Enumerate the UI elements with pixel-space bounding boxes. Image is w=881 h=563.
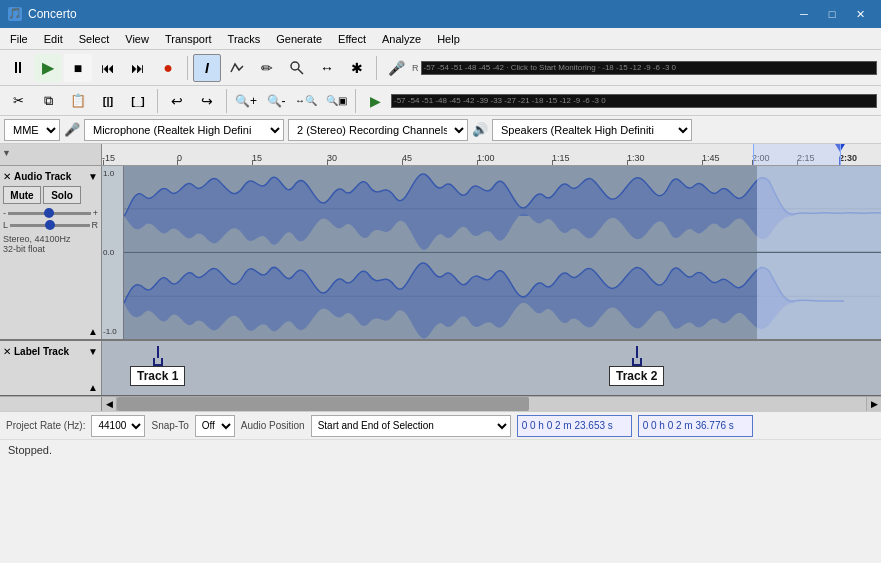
track-info-line1: Stereo, 44100Hz xyxy=(3,234,98,244)
track-info-line2: 32-bit float xyxy=(3,244,98,254)
label-track-container: ✕ Label Track ▼ ▲ Track 1 Track 2 xyxy=(0,341,881,396)
label-track-expand-row: ▲ xyxy=(3,382,98,393)
label-track2: Track 2 xyxy=(609,346,664,386)
pan-row: L R xyxy=(3,220,98,230)
status-controls-row: Project Rate (Hz): 44100 Snap-To Off Aud… xyxy=(0,412,881,440)
track-expand-row: ▲ xyxy=(3,326,98,337)
scrollbar-thumb[interactable] xyxy=(117,397,529,411)
label-track-expand-button[interactable]: ▲ xyxy=(88,382,98,393)
waveform-bottom-svg xyxy=(124,253,881,340)
ruler-tick xyxy=(103,160,104,165)
menu-effect[interactable]: Effect xyxy=(330,28,374,49)
menu-tracks[interactable]: Tracks xyxy=(220,28,269,49)
trim-button[interactable]: [|] xyxy=(94,87,122,115)
select-tool-button[interactable]: I xyxy=(193,54,221,82)
menu-view[interactable]: View xyxy=(117,28,157,49)
menu-help[interactable]: Help xyxy=(429,28,468,49)
zoom-sel-button[interactable]: 🔍▣ xyxy=(322,87,350,115)
record-button[interactable]: ● xyxy=(154,54,182,82)
scroll-left-button[interactable]: ◀ xyxy=(102,397,117,411)
label-track-name: Label Track xyxy=(11,346,88,357)
speaker-icon: 🔊 xyxy=(472,122,488,137)
titlebar-controls: ─ □ ✕ xyxy=(791,4,873,24)
time-shift-tool-button[interactable]: ↔ xyxy=(313,54,341,82)
menu-generate[interactable]: Generate xyxy=(268,28,330,49)
status-area: Project Rate (Hz): 44100 Snap-To Off Aud… xyxy=(0,411,881,460)
level-meter-bottom: -57 -54 -51 -48 -45 -42 -39 -33 -27 -21 … xyxy=(394,96,606,105)
minimize-button[interactable]: ─ xyxy=(791,4,817,24)
envelope-tool-button[interactable] xyxy=(223,54,251,82)
undo-button[interactable]: ↩ xyxy=(163,87,191,115)
multi-tool-button[interactable]: ✱ xyxy=(343,54,371,82)
label-track-dropdown[interactable]: ▼ xyxy=(88,346,98,357)
horizontal-scrollbar: ◀ ▶ xyxy=(0,396,881,411)
label-text2[interactable]: Track 2 xyxy=(609,366,664,386)
copy-button[interactable]: ⧉ xyxy=(34,87,62,115)
separator3 xyxy=(157,89,158,113)
mic-level-indicator: R xyxy=(412,63,419,73)
audio-track-name: Audio Track xyxy=(11,171,88,182)
svg-point-0 xyxy=(291,62,299,70)
channels-select[interactable]: 2 (Stereo) Recording Channels xyxy=(288,119,468,141)
zoom-tool-button[interactable] xyxy=(283,54,311,82)
status-text: Stopped. xyxy=(8,444,52,456)
redo-button[interactable]: ↪ xyxy=(193,87,221,115)
zoom-fit-button[interactable]: ↔🔍 xyxy=(292,87,320,115)
mic-button[interactable]: 🎤 xyxy=(382,54,410,82)
ruler: -15 0 15 30 45 1:00 1:15 1:30 1:45 2:00 … xyxy=(102,144,881,165)
cut-button[interactable]: ✂ xyxy=(4,87,32,115)
selection-start-input[interactable] xyxy=(517,415,632,437)
titlebar-left: 🎵 Concerto xyxy=(8,7,77,21)
mic-icon: 🎤 xyxy=(64,122,80,137)
driver-select[interactable]: MME xyxy=(4,119,60,141)
mic-device-select[interactable]: Microphone (Realtek High Defini xyxy=(84,119,284,141)
close-button[interactable]: ✕ xyxy=(847,4,873,24)
scroll-right-button[interactable]: ▶ xyxy=(866,397,881,411)
paste-button[interactable]: 📋 xyxy=(64,87,92,115)
selection-type-select[interactable]: Start and End of Selection xyxy=(311,415,511,437)
skip-end-button[interactable]: ⏭ xyxy=(124,54,152,82)
audio-track-dropdown[interactable]: ▼ xyxy=(88,171,98,182)
gain-row: - + xyxy=(3,208,98,218)
separator1 xyxy=(187,56,188,80)
snap-to-label: Snap-To xyxy=(151,420,188,431)
project-rate-select[interactable]: 44100 xyxy=(91,415,145,437)
pause-button[interactable]: ⏸ xyxy=(4,54,32,82)
level-meter-top: -57 -54 -51 -48 -45 -42 · Click to Start… xyxy=(424,63,677,72)
audio-track-waveform[interactable]: 1.0 0.0 -1.0 xyxy=(102,166,881,339)
audio-track-close[interactable]: ✕ xyxy=(3,171,11,182)
zoom-out-button[interactable]: 🔍- xyxy=(262,87,290,115)
menu-transport[interactable]: Transport xyxy=(157,28,220,49)
play-button[interactable]: ▶ xyxy=(34,54,62,82)
waveform-top-channel xyxy=(124,166,881,253)
menu-analyze[interactable]: Analyze xyxy=(374,28,429,49)
track-info: Stereo, 44100Hz 32-bit float xyxy=(3,234,98,254)
label-track-close[interactable]: ✕ xyxy=(3,346,11,357)
menu-select[interactable]: Select xyxy=(71,28,118,49)
menu-file[interactable]: File xyxy=(2,28,36,49)
solo-button[interactable]: Solo xyxy=(43,186,81,204)
play-once-button[interactable]: ▶ xyxy=(361,87,389,115)
maximize-button[interactable]: □ xyxy=(819,4,845,24)
selection-end-input[interactable] xyxy=(638,415,753,437)
stop-button[interactable]: ■ xyxy=(64,54,92,82)
mute-button[interactable]: Mute xyxy=(3,186,41,204)
label-pin-stem1 xyxy=(157,346,159,358)
gain-slider[interactable] xyxy=(8,212,91,215)
scrollbar-track[interactable] xyxy=(117,397,866,411)
pan-right-label: R xyxy=(92,220,99,230)
skip-start-button[interactable]: ⏮ xyxy=(94,54,122,82)
pan-slider[interactable] xyxy=(10,224,89,227)
silence-button[interactable]: [_] xyxy=(124,87,152,115)
zoom-in-button[interactable]: 🔍+ xyxy=(232,87,260,115)
label-track-waveform[interactable]: Track 1 Track 2 xyxy=(102,341,881,395)
track-expand-button[interactable]: ▲ xyxy=(88,326,98,337)
draw-tool-button[interactable]: ✏ xyxy=(253,54,281,82)
label-pin-base1 xyxy=(153,358,163,366)
snap-to-select[interactable]: Off xyxy=(195,415,235,437)
label-track1: Track 1 xyxy=(130,346,185,386)
svg-rect-4 xyxy=(757,166,881,252)
label-text1[interactable]: Track 1 xyxy=(130,366,185,386)
speaker-device-select[interactable]: Speakers (Realtek High Definiti xyxy=(492,119,692,141)
menu-edit[interactable]: Edit xyxy=(36,28,71,49)
